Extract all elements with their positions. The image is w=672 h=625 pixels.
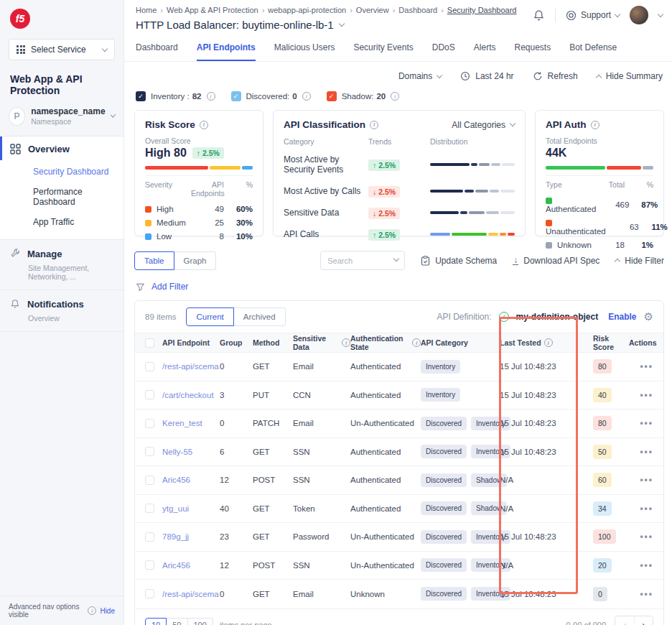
chevron-down-icon[interactable]	[338, 21, 344, 27]
breadcrumb-overview[interactable]: Overview	[356, 6, 399, 14]
namespace-selector[interactable]: P namespace_name Namespace	[0, 103, 123, 136]
endpoint-link[interactable]: /rest-api/scema	[162, 362, 220, 371]
hide-nav-link[interactable]: Hide	[100, 607, 115, 615]
risk-table-header: SeverityAPI Endpoints%	[145, 175, 253, 202]
endpoint-link[interactable]: Nelly-55	[162, 448, 220, 456]
risk-score-badge: 0	[593, 587, 607, 601]
last-tested-value: 15 Jul 10:48:23	[500, 532, 586, 541]
graph-view-button[interactable]: Graph	[174, 251, 217, 270]
endpoint-link[interactable]: Aric456	[162, 476, 220, 484]
row-checkbox[interactable]	[145, 504, 154, 513]
row-checkbox[interactable]	[145, 362, 154, 371]
sidebar-item-overview[interactable]: Overview	[0, 136, 123, 160]
sidebar-item-performance-dashboard[interactable]: Performance Dashboard	[33, 182, 123, 212]
download-api-spec-button[interactable]: ↓ Download API Spec	[513, 256, 599, 266]
prev-page-button[interactable]: ‹	[615, 616, 634, 625]
category-badge: Discovered	[421, 558, 467, 572]
row-actions-menu-icon[interactable]: •••	[640, 447, 653, 457]
tab-alerts[interactable]: Alerts	[474, 42, 496, 61]
breadcrumb-dashboard[interactable]: Dashboard	[398, 6, 447, 14]
row-actions-menu-icon[interactable]: •••	[640, 390, 653, 400]
sidebar-item-security-dashboard[interactable]: Security Dashboard	[33, 162, 123, 182]
auth-row-unauthenticated: Unauthenticated 6311%	[546, 216, 653, 238]
discovered-label: Discovered:	[246, 92, 290, 101]
page-size-50[interactable]: 50	[167, 618, 187, 625]
breadcrumb-webapp-api-protection[interactable]: webapp-api-protection	[268, 6, 356, 14]
row-checkbox[interactable]	[145, 532, 154, 542]
select-service-dropdown[interactable]: Select Service	[9, 39, 115, 60]
tab-bot-defense[interactable]: Bot Defense	[569, 42, 617, 61]
row-checkbox[interactable]	[145, 476, 154, 485]
update-schema-button[interactable]: Update Schema	[421, 256, 497, 266]
risk-score-badge: 40	[593, 388, 612, 402]
row-checkbox[interactable]	[145, 419, 154, 428]
tab-malicious-users[interactable]: Malicious Users	[274, 42, 335, 61]
shadow-checkbox[interactable]: ✓	[327, 91, 337, 101]
tab-bar: Dashboard API Endpoints Malicious Users …	[124, 31, 672, 62]
endpoint-link[interactable]: Aric456	[162, 561, 220, 570]
endpoint-link[interactable]: Keren_test	[162, 419, 220, 427]
chevron-down-icon[interactable]	[658, 11, 663, 17]
info-icon: i	[370, 121, 378, 129]
sidebar-item-notifications[interactable]: Notifications Overview	[0, 290, 123, 332]
endpoint-link[interactable]: /cart/checkout	[162, 391, 220, 399]
breadcrumb-security-dashboard[interactable]: Security Dashboard	[447, 6, 517, 14]
row-actions-menu-icon[interactable]: •••	[640, 475, 653, 485]
trend-badge: ↓ 2.5%	[368, 208, 400, 219]
user-avatar[interactable]	[630, 6, 648, 24]
risk-severity-bar	[145, 166, 253, 170]
discovered-checkbox[interactable]: ✓	[231, 91, 241, 101]
enable-button[interactable]: Enable	[608, 312, 636, 322]
tab-ddos[interactable]: DDoS	[432, 42, 455, 61]
tab-security-events[interactable]: Security Events	[353, 42, 413, 61]
tab-api-endpoints[interactable]: API Endpoints	[197, 42, 256, 61]
sidebar-item-manage[interactable]: Manage Site Management, Networking, ...	[0, 240, 123, 290]
search-input[interactable]	[320, 251, 405, 270]
page-size-100[interactable]: 100	[188, 618, 213, 625]
tab-dashboard[interactable]: Dashboard	[136, 42, 178, 61]
support-menu[interactable]: Support	[566, 10, 620, 21]
distribution-bar	[430, 233, 515, 236]
row-actions-menu-icon[interactable]: •••	[640, 361, 653, 371]
clock-icon	[460, 71, 470, 81]
table-view-button[interactable]: Table	[134, 251, 174, 270]
row-checkbox[interactable]	[145, 589, 154, 598]
hide-filter-toggle[interactable]: Hide Filter	[615, 256, 664, 266]
hide-filter-label: Hide Filter	[625, 256, 664, 266]
page-size-10[interactable]: 10	[145, 618, 167, 625]
next-page-button[interactable]: ›	[634, 616, 653, 625]
select-all-checkbox[interactable]	[145, 338, 154, 348]
refresh-button[interactable]: Refresh	[533, 71, 578, 81]
inventory-checkbox[interactable]: ✓	[136, 91, 146, 101]
row-actions-menu-icon[interactable]: •••	[640, 418, 653, 428]
row-checkbox[interactable]	[145, 447, 154, 456]
gear-icon[interactable]: ⚙	[644, 310, 653, 323]
tab-requests[interactable]: Requests	[514, 42, 551, 61]
row-actions-menu-icon[interactable]: •••	[640, 504, 653, 514]
row-checkbox[interactable]	[145, 560, 154, 570]
medium-legend-swatch	[145, 220, 151, 226]
row-checkbox[interactable]	[145, 390, 154, 399]
endpoint-link[interactable]: ytg_uui	[162, 504, 220, 513]
logo-wrap: f5	[0, 0, 123, 34]
all-categories-dropdown[interactable]: All Categories	[452, 120, 515, 130]
archived-view-button[interactable]: Archived	[234, 307, 286, 326]
info-icon: i	[412, 338, 421, 347]
endpoint-link[interactable]: 789g_jj	[162, 532, 220, 541]
domains-dropdown[interactable]: Domains	[398, 71, 442, 81]
current-view-button[interactable]: Current	[186, 307, 233, 326]
row-actions-menu-icon[interactable]: •••	[640, 589, 653, 599]
add-filter-button[interactable]: Add Filter	[124, 270, 672, 292]
search-box	[320, 251, 405, 270]
endpoint-link[interactable]: /rest-api/scema	[162, 590, 220, 598]
hide-summary-toggle[interactable]: Hide Summary	[597, 71, 663, 81]
notifications-bell-icon[interactable]	[533, 9, 545, 22]
page-title: HTTP Load Balancer: buytime-online-lb-1	[136, 19, 334, 31]
row-actions-menu-icon[interactable]: •••	[640, 532, 653, 542]
row-actions-menu-icon[interactable]: •••	[640, 560, 653, 570]
time-range-selector[interactable]: Last 24 hr	[460, 71, 513, 81]
breadcrumb-home[interactable]: Home	[136, 6, 167, 14]
sidebar-item-app-traffic[interactable]: App Traffic	[33, 212, 123, 232]
breadcrumb-waap[interactable]: Web App & API Protection	[167, 6, 268, 14]
namespace-avatar: P	[9, 107, 25, 126]
